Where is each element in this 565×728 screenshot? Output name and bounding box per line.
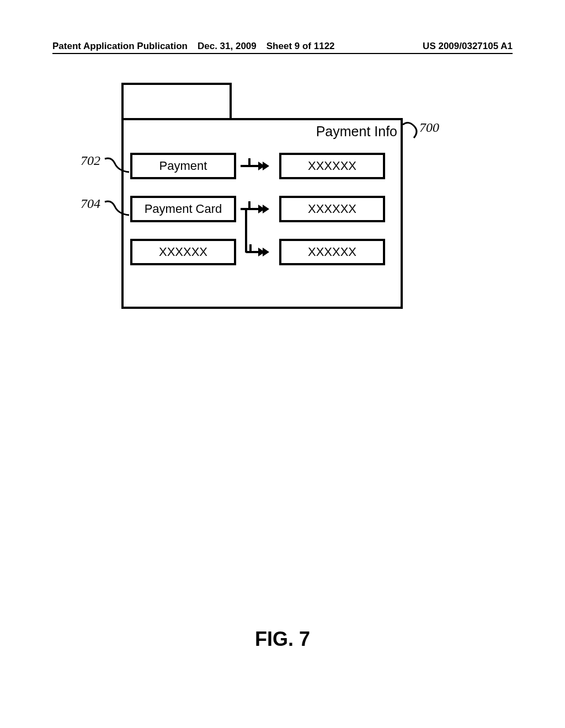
diagram-row: XXXXXX XXXXXX [130, 238, 385, 266]
sheet-number: Sheet 9 of 1122 [266, 41, 335, 52]
arrow-icon [241, 162, 269, 170]
lead-line-icon [104, 199, 131, 221]
callout-label-704: 704 [81, 196, 100, 211]
diagram-row: Payment XXXXXX [130, 152, 385, 180]
publication-number: US 2009/0327105 A1 [345, 41, 513, 52]
callout-label-702: 702 [81, 153, 100, 168]
cell-right: XXXXXX [279, 196, 385, 222]
figure-diagram: Payment Info Payment XXXXXX Payment Card… [77, 83, 452, 314]
publication-type: Patent Application Publication [52, 41, 188, 52]
cell-right: XXXXXX [279, 239, 385, 265]
cell-left: Payment [130, 153, 236, 179]
figure-caption: FIG. 7 [0, 628, 565, 651]
cell-right: XXXXXX [279, 153, 385, 179]
cell-left: XXXXXX [130, 239, 236, 265]
diagram-title: Payment Info [132, 124, 414, 140]
header-divider [52, 53, 513, 54]
arrow-icon [246, 248, 269, 256]
publication-date: Dec. 31, 2009 [198, 41, 257, 52]
page-header: Patent Application Publication Dec. 31, … [52, 41, 513, 52]
connector [236, 153, 279, 179]
connector [236, 239, 279, 265]
diagram-row: Payment Card XXXXXX [130, 195, 385, 223]
lead-line-icon [104, 156, 131, 178]
lead-line-icon [402, 119, 424, 141]
tab-box [121, 83, 232, 120]
connector [236, 196, 279, 222]
cell-left: Payment Card [130, 196, 236, 222]
